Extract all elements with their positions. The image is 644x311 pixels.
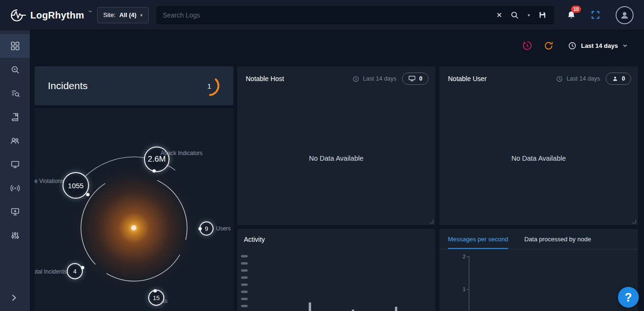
sidebar-item-deployment-monitor[interactable]: [0, 200, 30, 224]
throughput-tabs: Messages per second Data processed by no…: [439, 229, 638, 249]
chevron-down-icon: [622, 43, 628, 48]
chevron-right-icon: [9, 293, 18, 302]
monitor-icon: [10, 160, 20, 169]
top-bar: LogRhythm ™ Site: All (4) ▾ ✕ ▾: [0, 0, 644, 30]
site-selector[interactable]: Site: All (4) ▾: [97, 7, 149, 23]
brand: LogRhythm ™: [0, 8, 97, 22]
node-users[interactable]: 9: [199, 221, 214, 236]
orbit-rings-icon: [35, 108, 233, 311]
clock-icon: [568, 41, 577, 50]
node-value: 15: [153, 294, 160, 302]
node-compliance-violations[interactable]: 1055: [63, 172, 89, 199]
resize-grip[interactable]: [632, 220, 636, 223]
dashboard-toolbar: Last 14 days: [30, 30, 644, 61]
time-range-label: Last 14 days: [581, 42, 618, 49]
chevron-down-icon: ▾: [140, 13, 143, 18]
y-tick-2: 2: [451, 254, 465, 259]
search-button[interactable]: [510, 11, 519, 19]
anchor-dot: [153, 289, 157, 293]
history-button[interactable]: [522, 41, 532, 51]
notable-host-count[interactable]: 0: [402, 73, 429, 85]
time-range-selector[interactable]: Last 14 days: [568, 41, 628, 50]
site-value: All (4): [119, 11, 136, 18]
resize-grip[interactable]: [429, 220, 433, 223]
activity-bar: [309, 302, 311, 311]
notable-host-card: Notable Host Last 14 days 0 No Data Avai…: [237, 66, 435, 225]
logrhythm-logo-icon: [10, 8, 27, 22]
y-tick-1: 1: [451, 286, 465, 292]
tab-messages-per-second[interactable]: Messages per second: [448, 229, 508, 249]
search-options-button[interactable]: ▾: [528, 13, 530, 18]
expand-icon: [590, 10, 600, 20]
node-value: 9: [205, 225, 208, 232]
save-icon: [538, 11, 546, 19]
fullscreen-button[interactable]: [590, 10, 600, 20]
clock-icon: [556, 75, 563, 82]
analyze-search-icon: [10, 65, 20, 74]
node-label-attack-indicators: Attack Indicators: [161, 150, 203, 156]
monitor-icon: [408, 75, 416, 82]
node-value: 4: [73, 268, 76, 275]
sidebar-expand-button[interactable]: [0, 289, 30, 306]
notable-user-card: Notable User Last 14 days 0 No Data Avai…: [439, 66, 638, 225]
count-value: 0: [419, 75, 422, 82]
clear-search-button[interactable]: ✕: [496, 11, 502, 19]
notable-host-title: Notable Host: [246, 75, 284, 82]
refresh-icon: [544, 41, 554, 51]
notifications-button[interactable]: 10: [566, 10, 576, 20]
brand-name: LogRhythm: [30, 8, 84, 22]
close-icon: ✕: [496, 11, 502, 19]
count-value: 0: [622, 75, 625, 82]
sidebar-item-log-search[interactable]: [0, 82, 30, 105]
incidents-gauge: 1: [197, 74, 221, 98]
deployment-monitor-icon: [10, 207, 20, 217]
refresh-button[interactable]: [544, 41, 554, 51]
activity-axis-labels: [241, 255, 248, 307]
dashboard-grid-icon: [10, 41, 20, 51]
anchor-dot: [198, 227, 202, 230]
person-icon: [612, 75, 618, 82]
notable-user-count[interactable]: 0: [606, 73, 631, 85]
time-range-text: Last 14 days: [363, 75, 396, 82]
node-value: 1055: [68, 182, 83, 190]
sidebar-item-hosts[interactable]: [0, 153, 30, 176]
search-icon: [510, 11, 519, 19]
notable-user-title: Notable User: [448, 75, 487, 82]
no-data-message: No Data Available: [439, 155, 638, 162]
person-icon: [619, 10, 630, 20]
sidebar-item-dashboards[interactable]: [0, 34, 30, 58]
help-button[interactable]: ?: [618, 287, 639, 308]
anchor-dot: [152, 169, 156, 173]
notable-host-time-range: Last 14 days: [352, 75, 396, 82]
throughput-card: Messages per second Data processed by no…: [439, 229, 638, 311]
dashboard-content: Last 14 days Incidents 1 Attack Indicato…: [30, 30, 644, 311]
sidebar-item-people[interactable]: [0, 129, 30, 153]
search-bar: ✕ ▾: [156, 6, 554, 24]
sidebar-item-analyze[interactable]: [0, 58, 30, 82]
user-avatar[interactable]: [616, 6, 634, 24]
incidents-title: Incidents: [48, 80, 88, 91]
activity-bar-chart: [253, 229, 429, 311]
log-search-icon: [10, 89, 20, 98]
cases-book-icon: [10, 112, 20, 122]
history-icon: [522, 41, 532, 51]
search-input[interactable]: [163, 11, 496, 19]
tab-data-processed-by-node[interactable]: Data processed by node: [524, 229, 591, 249]
settings-sliders-icon: [10, 231, 20, 240]
notification-badge: 10: [571, 6, 581, 13]
node-label-compliance-violations: Compliance Violations: [35, 178, 64, 184]
brand-trademark: ™: [88, 10, 92, 14]
sidebar-item-network-monitor[interactable]: [0, 176, 30, 200]
notable-user-time-range: Last 14 days: [556, 75, 600, 82]
site-label: Site:: [103, 11, 116, 18]
y-axis-line: [469, 256, 469, 311]
time-range-text: Last 14 days: [566, 75, 600, 82]
node-hosts[interactable]: 15: [148, 290, 164, 306]
sidebar-item-cases[interactable]: [0, 105, 30, 129]
sidebar-item-administration[interactable]: [0, 224, 30, 247]
activity-bar: [395, 307, 397, 311]
node-total-incidents[interactable]: 4: [67, 263, 83, 279]
save-search-button[interactable]: [538, 11, 546, 19]
incidents-header-card: Incidents 1: [35, 66, 233, 105]
incidents-gauge-value: 1: [197, 74, 221, 98]
